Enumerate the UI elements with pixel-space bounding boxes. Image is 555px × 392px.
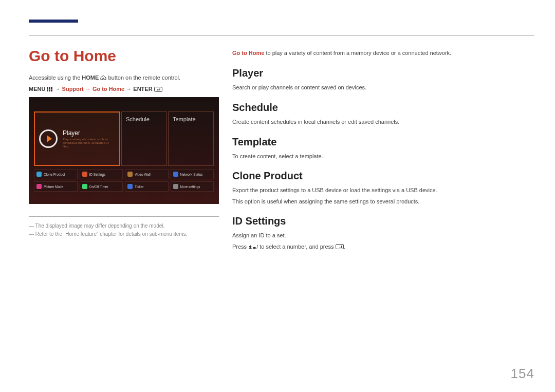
grid-item-label: ID Settings bbox=[89, 173, 106, 176]
heading-template: Template bbox=[232, 136, 534, 148]
path-support: Support bbox=[62, 86, 84, 92]
grid-item-label: Network Status bbox=[180, 173, 203, 176]
lead-rest: to play a variety of content from a memo… bbox=[264, 50, 451, 56]
grid-item-icon bbox=[82, 184, 87, 189]
grid-item-icon bbox=[173, 172, 178, 177]
period: . bbox=[344, 244, 345, 250]
footnote-1: The displayed image may differ depending… bbox=[29, 222, 219, 230]
screenshot-schedule-tile: Schedule bbox=[121, 111, 167, 166]
menu-path: MENU → Support → Go to Home → ENTER bbox=[29, 86, 219, 92]
grid-item-icon bbox=[127, 184, 133, 189]
screenshot-grid-item: Network Status bbox=[171, 169, 214, 179]
screenshot-player-title: Player bbox=[63, 129, 115, 137]
left-column: Go to Home Accessible using the HOME but… bbox=[29, 47, 219, 238]
heading-player: Player bbox=[232, 67, 534, 79]
svg-rect-0 bbox=[47, 87, 48, 89]
text-id-2b: to select a number, and press bbox=[258, 244, 335, 250]
up-down-icon bbox=[248, 245, 256, 250]
grid-item-label: On/Off Timer bbox=[89, 185, 108, 189]
menu-grid-icon bbox=[47, 87, 53, 92]
screenshot-grid-item: On/Off Timer bbox=[80, 181, 123, 192]
screenshot-player-tile: Player Play a variety of content, such a… bbox=[34, 111, 120, 166]
screenshot-player-sub1: Play a variety of content, such as bbox=[63, 138, 115, 141]
text-template: To create content, select a template. bbox=[232, 152, 534, 161]
screenshot-player-sub2: scheduled channels, templates or files. bbox=[63, 141, 115, 148]
path-arrow2: → bbox=[84, 86, 92, 92]
svg-rect-6 bbox=[154, 87, 162, 92]
grid-item-label: More settings bbox=[180, 185, 200, 189]
header-rule bbox=[29, 35, 534, 35]
screenshot-main-row: Player Play a variety of content, such a… bbox=[34, 111, 214, 166]
screenshot-grid-item: ID Settings bbox=[80, 169, 123, 179]
lead-bold: Go to Home bbox=[232, 50, 264, 56]
grid-item-label: Video Wall bbox=[135, 173, 151, 176]
grid-item-icon bbox=[127, 172, 133, 177]
grid-item-icon bbox=[82, 172, 87, 177]
grid-item-icon bbox=[36, 172, 42, 177]
svg-rect-5 bbox=[51, 89, 52, 91]
text-player: Search or play channels or content saved… bbox=[232, 83, 534, 92]
header-accent-bar bbox=[29, 20, 78, 23]
footnote-rule bbox=[29, 216, 219, 217]
screenshot-template-tile: Template bbox=[168, 111, 214, 166]
text-schedule: Create content schedules in local channe… bbox=[232, 118, 534, 127]
heading-id: ID Settings bbox=[232, 215, 534, 227]
text-id-2a: Press bbox=[232, 244, 248, 250]
text-clone-2: This option is useful when assigning the… bbox=[232, 197, 534, 207]
grid-item-icon bbox=[36, 184, 42, 189]
screenshot-grid-item: Video Wall bbox=[125, 169, 169, 179]
text-id-2: Press / to select a number, and press . bbox=[232, 242, 534, 252]
intro-pre: Accessible using the bbox=[29, 74, 82, 81]
path-menu: MENU bbox=[29, 86, 47, 92]
path-goto: Go to Home bbox=[92, 86, 124, 92]
screenshot-grid-item: Clone Product bbox=[34, 169, 78, 179]
screenshot-template-label: Template bbox=[173, 116, 196, 122]
text-id-1: Assign an ID to a set. bbox=[232, 231, 534, 240]
grid-item-icon bbox=[173, 184, 178, 189]
grid-item-label: Clone Product bbox=[44, 173, 65, 176]
svg-rect-4 bbox=[49, 89, 50, 91]
page-number: 154 bbox=[511, 366, 534, 382]
path-arrow3: → bbox=[124, 86, 133, 92]
intro-home-bold: HOME bbox=[82, 74, 99, 81]
home-screenshot: Player Play a variety of content, such a… bbox=[29, 97, 219, 204]
heading-clone: Clone Product bbox=[232, 170, 534, 182]
svg-rect-1 bbox=[49, 87, 50, 89]
svg-rect-2 bbox=[51, 87, 52, 89]
grid-item-label: Picture Mode bbox=[44, 185, 63, 189]
intro-text: Accessible using the HOME button on the … bbox=[29, 74, 219, 82]
home-icon bbox=[100, 75, 106, 80]
screenshot-grid-item: Picture Mode bbox=[34, 181, 78, 192]
intro-post: button on the remote control. bbox=[106, 74, 180, 81]
screenshot-schedule-label: Schedule bbox=[126, 116, 150, 122]
screenshot-grid-item: More settings bbox=[171, 181, 214, 192]
page-title: Go to Home bbox=[29, 47, 219, 65]
path-arrow1: → bbox=[53, 86, 62, 92]
lead-text: Go to Home to play a variety of content … bbox=[232, 49, 534, 57]
grid-item-label: Ticker bbox=[135, 185, 143, 189]
screenshot-grid: Clone ProductID SettingsVideo WallNetwor… bbox=[34, 169, 214, 192]
text-clone-1: Export the product settings to a USB dev… bbox=[232, 186, 534, 195]
right-column: Go to Home to play a variety of content … bbox=[232, 49, 534, 254]
svg-rect-3 bbox=[47, 89, 48, 91]
screenshot-grid-item: Ticker bbox=[125, 181, 169, 192]
heading-schedule: Schedule bbox=[232, 102, 534, 114]
enter-icon-inline bbox=[336, 244, 344, 249]
footnote-2: Refer to the "Home feature" chapter for … bbox=[29, 230, 219, 238]
path-enter: ENTER bbox=[133, 86, 154, 92]
enter-icon bbox=[154, 87, 162, 92]
screenshot-player-text: Player Play a variety of content, such a… bbox=[63, 129, 115, 149]
play-icon bbox=[39, 129, 58, 148]
